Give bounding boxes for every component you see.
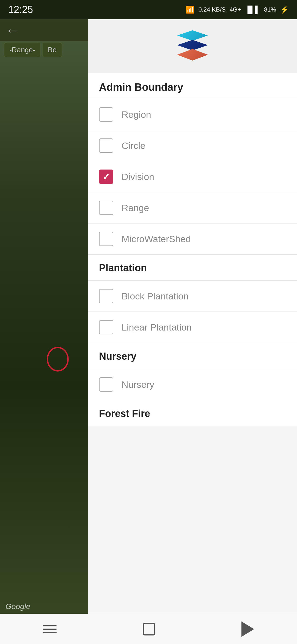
list-item-microwatershed[interactable]: MicroWaterShed	[88, 223, 297, 254]
logo-area	[88, 19, 297, 73]
section-forest-fire-header: Forest Fire	[88, 400, 297, 426]
label-circle: Circle	[122, 140, 145, 151]
hamburger-line-2	[43, 629, 57, 630]
logo-layer-mid	[173, 40, 212, 50]
map-nav-bar: ←	[0, 19, 88, 41]
list-item-circle[interactable]: Circle	[88, 130, 297, 161]
signal-icon: ▐▌▌	[245, 6, 260, 14]
hamburger-line-1	[43, 625, 57, 626]
nav-menu-button[interactable]	[43, 625, 57, 633]
checkbox-range[interactable]	[99, 201, 113, 215]
back-arrow-icon[interactable]: ←	[6, 23, 19, 37]
bottom-nav-bar	[0, 614, 297, 644]
sim-icon: 📶	[186, 6, 194, 14]
list-item-division[interactable]: Division	[88, 161, 297, 192]
checkbox-circle[interactable]	[99, 138, 113, 153]
label-division: Division	[122, 171, 154, 182]
checkbox-division[interactable]	[99, 170, 113, 184]
label-linear-plantation: Linear Plantation	[122, 322, 192, 333]
checkbox-microwatershed[interactable]	[99, 232, 113, 246]
back-triangle-icon	[241, 621, 254, 637]
nav-home-button[interactable]	[143, 623, 155, 635]
label-region: Region	[122, 109, 151, 120]
nav-back-button[interactable]	[241, 621, 254, 637]
battery-icon: ⚡	[280, 6, 289, 14]
data-speed: 0.24 KB/S	[198, 6, 226, 13]
label-microwatershed: MicroWaterShed	[122, 234, 191, 244]
checkbox-nursery[interactable]	[99, 377, 113, 392]
map-filter-buttons: -Range- Be	[1, 43, 88, 57]
section-admin-boundary-header: Admin Boundary	[88, 73, 297, 99]
list-item-range[interactable]: Range	[88, 192, 297, 223]
be-button[interactable]: Be	[43, 43, 62, 57]
list-item-nursery[interactable]: Nursery	[88, 369, 297, 400]
network-type: 4G+	[229, 6, 241, 13]
label-block-plantation: Block Plantation	[122, 291, 189, 302]
logo-layer-bot	[173, 49, 212, 61]
list-item-block-plantation[interactable]: Block Plantation	[88, 281, 297, 312]
google-attribution: Google	[6, 602, 30, 611]
range-button[interactable]: -Range-	[4, 43, 40, 57]
section-nursery-header: Nursery	[88, 343, 297, 369]
layers-panel: Admin Boundary Region Circle Division Ra…	[88, 19, 297, 644]
label-range: Range	[122, 203, 149, 213]
list-item-linear-plantation[interactable]: Linear Plantation	[88, 312, 297, 343]
checkbox-region[interactable]	[99, 107, 113, 122]
map-background	[0, 0, 88, 644]
hamburger-line-3	[43, 632, 57, 633]
home-square-icon	[143, 623, 155, 635]
map-circle-marker	[47, 347, 69, 372]
battery-level: 81%	[264, 6, 276, 13]
status-time: 12:25	[8, 4, 33, 15]
label-nursery: Nursery	[122, 379, 154, 390]
logo-layer-top	[173, 30, 212, 41]
checkbox-linear-plantation[interactable]	[99, 320, 113, 334]
hamburger-icon	[43, 625, 57, 633]
status-bar: 12:25 📶 0.24 KB/S 4G+ ▐▌▌ 81% ⚡	[0, 0, 297, 19]
layers-logo	[170, 30, 215, 63]
divider-forest-fire-header	[88, 426, 297, 426]
status-icons: 📶 0.24 KB/S 4G+ ▐▌▌ 81% ⚡	[186, 6, 289, 14]
list-item-region[interactable]: Region	[88, 99, 297, 130]
section-plantation-header: Plantation	[88, 255, 297, 280]
checkbox-block-plantation[interactable]	[99, 289, 113, 303]
